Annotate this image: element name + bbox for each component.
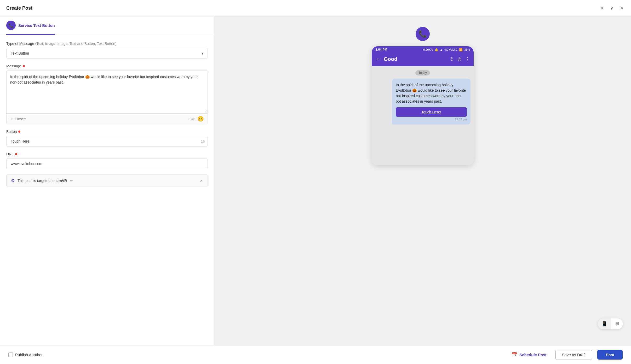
close-icon: ✕ <box>620 5 624 11</box>
target-row: ⚙ This post is targeted to simVR ✏ ✕ <box>6 174 208 187</box>
viber-tab-icon: 📞 <box>6 21 16 30</box>
desktop-view-button[interactable]: 🖥 <box>611 318 623 329</box>
message-bubble: In the spirit of the upcoming holiday Ev… <box>392 79 471 125</box>
desktop-icon: 🖥 <box>615 321 619 327</box>
type-hint: (Text, Image, Image, Text and Button, Te… <box>35 42 117 46</box>
right-panel: 📞 8:04 PM 0.00K/s 🔔 ▲ 4G VoLTE 📶 33% ← G… <box>214 16 631 345</box>
type-of-message-group: Type of Message (Text, Image, Image, Tex… <box>6 42 208 59</box>
schedule-post-button[interactable]: 📅 Schedule Post <box>508 349 550 360</box>
close-button[interactable]: ✕ <box>619 4 625 12</box>
form-area: Type of Message (Text, Image, Image, Tex… <box>0 35 214 193</box>
chat-header-right: ⇪ ◎ ⋮ <box>450 56 470 62</box>
char-count-area: 846 😊 <box>190 116 204 122</box>
pin-button[interactable]: ✳ <box>599 4 605 12</box>
url-group: URL <box>6 152 208 169</box>
message-group: Message In the spirit of the upcoming ho… <box>6 64 208 124</box>
camera-icon: ◎ <box>457 56 462 62</box>
message-required <box>23 65 25 67</box>
url-input[interactable] <box>6 158 208 169</box>
char-count: 846 <box>190 117 195 121</box>
chevron-down-icon: ∨ <box>610 5 613 11</box>
collapse-button[interactable]: ∨ <box>609 4 615 12</box>
plus-icon: + <box>10 117 12 121</box>
message-textarea[interactable]: In the spirit of the upcoming holiday Ev… <box>7 71 208 112</box>
emoji-button[interactable]: 😊 <box>197 116 204 122</box>
save-as-draft-button[interactable]: Save as Draft <box>555 350 592 360</box>
url-required <box>15 153 17 155</box>
phone-chat-header: ← Good ⇪ ◎ ⋮ <box>372 53 474 66</box>
tab-service-text-button[interactable]: 📞 Service Text Button <box>6 16 55 35</box>
mobile-icon: 📱 <box>601 321 607 327</box>
more-icon: ⋮ <box>465 56 470 62</box>
phone-mockup: 8:04 PM 0.00K/s 🔔 ▲ 4G VoLTE 📶 33% ← Goo… <box>372 46 474 165</box>
tab-area: 📞 Service Text Button <box>0 16 214 35</box>
type-select-wrapper: Text Button Text Image Image, Text and B… <box>6 48 208 59</box>
post-button[interactable]: Post <box>597 350 623 360</box>
share-icon: ⇪ <box>450 56 454 62</box>
target-close-button[interactable]: ✕ <box>199 178 203 183</box>
back-icon: ← <box>375 56 381 62</box>
target-edit-button[interactable]: ✏ <box>70 178 73 183</box>
target-text: This post is targeted to simVR <box>18 179 67 183</box>
insert-button[interactable]: + + Insert <box>10 117 26 121</box>
button-input[interactable] <box>6 136 208 147</box>
left-panel: 📞 Service Text Button Type of Message (T… <box>0 16 214 345</box>
phone-chat-body: Today In the spirit of the upcoming holi… <box>372 66 474 165</box>
schedule-label: Schedule Post <box>519 353 546 357</box>
message-wrapper: In the spirit of the upcoming holiday Ev… <box>6 70 208 124</box>
publish-another-text: Publish Another <box>15 353 43 357</box>
pin-icon: ✳ <box>600 5 604 11</box>
button-input-wrapper: 19 <box>6 136 208 147</box>
footer-left: Publish Another <box>8 353 43 357</box>
textarea-footer: + + Insert 846 😊 <box>7 113 208 124</box>
publish-another-checkbox[interactable] <box>8 353 13 357</box>
type-select[interactable]: Text Button Text Image Image, Text and B… <box>6 48 208 59</box>
calendar-icon: 📅 <box>512 352 517 358</box>
today-label: Today <box>415 70 430 75</box>
message-label: Message <box>6 64 208 68</box>
button-group: Button 19 <box>6 130 208 147</box>
message-time: 12:37 pm <box>396 118 467 121</box>
device-toggle: 📱 🖥 <box>598 318 623 330</box>
target-bold: simVR <box>56 179 67 183</box>
status-time: 8:04 PM <box>375 48 387 51</box>
footer: Publish Another 📅 Schedule Post Save as … <box>0 345 631 364</box>
preview-viber-icon: 📞 <box>416 27 430 41</box>
button-required <box>18 131 20 133</box>
chat-header-left: ← Good <box>375 56 397 62</box>
modal-header: Create Post ✳ ∨ ✕ <box>0 0 631 16</box>
status-right: 0.00K/s 🔔 ▲ 4G VoLTE 📶 33% <box>423 48 470 51</box>
header-actions: ✳ ∨ ✕ <box>599 4 625 12</box>
chat-name: Good <box>384 56 397 62</box>
mobile-view-button[interactable]: 📱 <box>598 318 611 329</box>
main-content: 📞 Service Text Button Type of Message (T… <box>0 16 631 345</box>
tab-label: Service Text Button <box>18 23 55 28</box>
message-bubble-button: Touch Here! <box>396 107 467 117</box>
message-bubble-text: In the spirit of the upcoming holiday Ev… <box>396 82 467 104</box>
type-label: Type of Message (Text, Image, Image, Tex… <box>6 42 208 46</box>
button-label: Button <box>6 130 208 134</box>
modal-title: Create Post <box>6 5 32 11</box>
url-label: URL <box>6 152 208 156</box>
publish-another-label[interactable]: Publish Another <box>8 353 43 357</box>
phone-status-bar: 8:04 PM 0.00K/s 🔔 ▲ 4G VoLTE 📶 33% <box>372 46 474 53</box>
target-viber-icon: ⚙ <box>11 178 15 184</box>
